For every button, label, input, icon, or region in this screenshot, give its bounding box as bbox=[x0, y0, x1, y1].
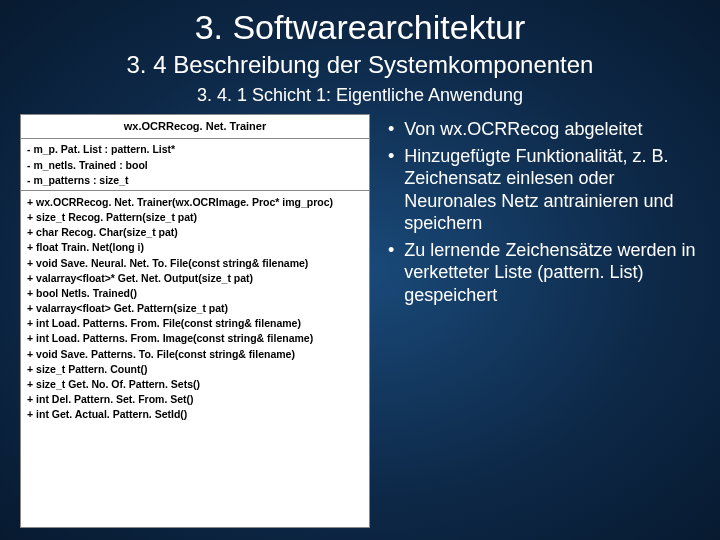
uml-op: + int Load. Patterns. From. File(const s… bbox=[27, 316, 363, 331]
bullet-text: Hinzugefügte Funktionalität, z. B. Zeich… bbox=[404, 145, 700, 235]
list-item: • Hinzugefügte Funktionalität, z. B. Zei… bbox=[382, 145, 700, 235]
slide-title: 3. Softwarearchitektur bbox=[20, 8, 700, 47]
uml-op: + void Save. Patterns. To. File(const st… bbox=[27, 346, 363, 361]
uml-op: + char Recog. Char(size_t pat) bbox=[27, 225, 363, 240]
bullet-icon: • bbox=[382, 145, 394, 235]
bullet-icon: • bbox=[382, 239, 394, 307]
bullet-icon: • bbox=[382, 118, 394, 141]
bullet-list: • Von wx.OCRRecog abgeleitet • Hinzugefü… bbox=[382, 114, 700, 528]
uml-op: + int Del. Pattern. Set. From. Set() bbox=[27, 392, 363, 407]
uml-attr: - m_netIs. Trained : bool bbox=[27, 157, 363, 172]
uml-op: + valarray<float> Get. Pattern(size_t pa… bbox=[27, 301, 363, 316]
slide-subsubtitle: 3. 4. 1 Schicht 1: Eigentliche Anwendung bbox=[20, 85, 700, 106]
uml-operations: + wx.OCRRecog. Net. Trainer(wx.OCRImage.… bbox=[21, 191, 369, 425]
uml-classname: wx.OCRRecog. Net. Trainer bbox=[21, 115, 369, 139]
list-item: • Von wx.OCRRecog abgeleitet bbox=[382, 118, 700, 141]
uml-attr: - m_patterns : size_t bbox=[27, 172, 363, 187]
uml-attr: - m_p. Pat. List : pattern. List* bbox=[27, 142, 363, 157]
uml-op: + bool NetIs. Trained() bbox=[27, 285, 363, 300]
bullet-text: Zu lernende Zeichensätze werden in verke… bbox=[404, 239, 700, 307]
uml-op: + void Save. Neural. Net. To. File(const… bbox=[27, 255, 363, 270]
uml-attributes: - m_p. Pat. List : pattern. List* - m_ne… bbox=[21, 139, 369, 192]
content-row: wx.OCRRecog. Net. Trainer - m_p. Pat. Li… bbox=[20, 114, 700, 528]
bullet-text: Von wx.OCRRecog abgeleitet bbox=[404, 118, 642, 141]
uml-op: + size_t Get. No. Of. Pattern. Sets() bbox=[27, 376, 363, 391]
uml-op: + wx.OCRRecog. Net. Trainer(wx.OCRImage.… bbox=[27, 194, 363, 209]
list-item: • Zu lernende Zeichensätze werden in ver… bbox=[382, 239, 700, 307]
uml-op: + valarray<float>* Get. Net. Output(size… bbox=[27, 270, 363, 285]
uml-class-box: wx.OCRRecog. Net. Trainer - m_p. Pat. Li… bbox=[20, 114, 370, 528]
slide-subtitle: 3. 4 Beschreibung der Systemkomponenten bbox=[20, 51, 700, 79]
uml-op: + size_t Recog. Pattern(size_t pat) bbox=[27, 210, 363, 225]
uml-op: + int Get. Actual. Pattern. SetId() bbox=[27, 407, 363, 422]
uml-op: + int Load. Patterns. From. Image(const … bbox=[27, 331, 363, 346]
uml-op: + size_t Pattern. Count() bbox=[27, 361, 363, 376]
uml-op: + float Train. Net(long i) bbox=[27, 240, 363, 255]
slide: 3. Softwarearchitektur 3. 4 Beschreibung… bbox=[0, 0, 720, 540]
